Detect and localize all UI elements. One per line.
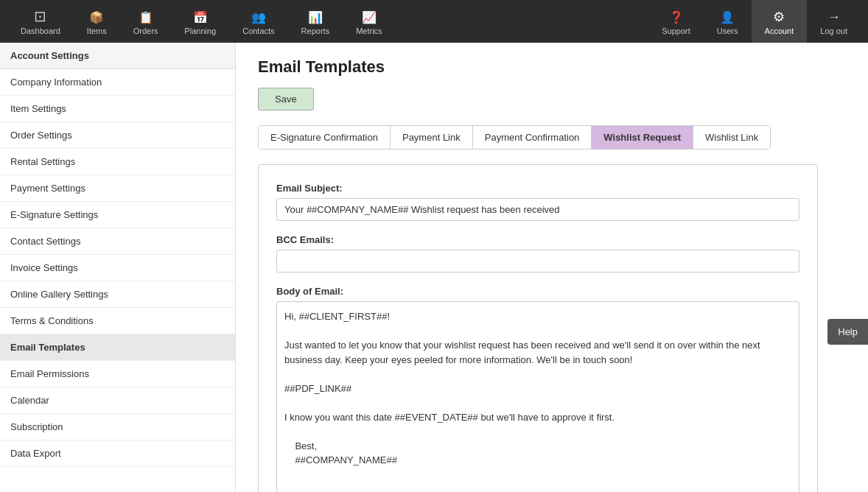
items-icon <box>89 8 104 25</box>
sidebar-item-contact-settings[interactable]: Contact Settings <box>0 228 235 255</box>
reports-icon <box>308 8 323 25</box>
email-template-tabs: E-Signature ConfirmationPayment LinkPaym… <box>258 125 771 150</box>
top-navigation: DashboardItemsOrdersPlanningContactsRepo… <box>0 0 868 43</box>
support-icon <box>669 8 684 25</box>
nav-item-metrics[interactable]: Metrics <box>343 0 395 43</box>
subject-input[interactable] <box>276 198 799 221</box>
page-title: Email Templates <box>258 57 846 77</box>
tab-payment-confirmation[interactable]: Payment Confirmation <box>473 126 592 149</box>
dashboard-icon <box>34 7 46 25</box>
users-icon <box>720 8 735 25</box>
nav-item-contacts[interactable]: Contacts <box>229 0 287 43</box>
tab-payment-link[interactable]: Payment Link <box>391 126 473 149</box>
nav-item-orders[interactable]: Orders <box>120 0 172 43</box>
nav-item-planning[interactable]: Planning <box>171 0 229 43</box>
nav-item-support[interactable]: Support <box>648 0 704 43</box>
nav-label-reports: Reports <box>301 27 330 35</box>
sidebar-item-esignature-settings[interactable]: E-Signature Settings <box>0 202 235 228</box>
sidebar-item-subscription[interactable]: Subscription <box>0 414 235 440</box>
account-icon <box>773 8 785 25</box>
nav-label-support: Support <box>662 27 690 35</box>
nav-label-items: Items <box>87 27 107 35</box>
sidebar-item-company-info[interactable]: Company Information <box>0 69 235 96</box>
nav-label-logout: Log out <box>820 27 847 35</box>
sidebar-item-data-export[interactable]: Data Export <box>0 440 235 467</box>
metrics-icon <box>362 8 377 25</box>
nav-item-users[interactable]: Users <box>704 0 752 43</box>
nav-label-account: Account <box>765 27 794 35</box>
logout-icon <box>827 8 841 25</box>
email-template-form: Email Subject: BCC Emails: Body of Email… <box>258 164 818 492</box>
sidebar-item-item-settings[interactable]: Item Settings <box>0 96 235 122</box>
main-layout: Account Settings Company InformationItem… <box>0 43 868 492</box>
sidebar-item-calendar[interactable]: Calendar <box>0 387 235 414</box>
sidebar-item-rental-settings[interactable]: Rental Settings <box>0 149 235 175</box>
nav-label-planning: Planning <box>184 27 216 35</box>
sidebar-item-invoice-settings[interactable]: Invoice Settings <box>0 255 235 281</box>
nav-item-account[interactable]: Account <box>752 0 808 43</box>
help-button[interactable]: Help <box>827 319 868 345</box>
nav-label-metrics: Metrics <box>356 27 382 35</box>
save-button[interactable]: Save <box>258 88 314 110</box>
body-textarea[interactable] <box>276 301 799 492</box>
orders-icon <box>139 8 153 25</box>
bcc-input[interactable] <box>276 250 799 273</box>
nav-item-dashboard[interactable]: Dashboard <box>7 0 74 43</box>
subject-label: Email Subject: <box>276 183 799 194</box>
nav-item-logout[interactable]: Log out <box>807 0 861 43</box>
sidebar-item-online-gallery-settings[interactable]: Online Gallery Settings <box>0 281 235 308</box>
sidebar-title: Account Settings <box>0 43 235 69</box>
planning-icon <box>193 8 208 25</box>
nav-item-items[interactable]: Items <box>74 0 120 43</box>
sidebar: Account Settings Company InformationItem… <box>0 43 236 492</box>
nav-label-orders: Orders <box>133 27 158 35</box>
sidebar-item-payment-settings[interactable]: Payment Settings <box>0 175 235 202</box>
nav-label-dashboard: Dashboard <box>21 27 60 35</box>
sidebar-item-terms-conditions[interactable]: Terms & Conditions <box>0 308 235 334</box>
tab-wishlist-request[interactable]: Wishlist Request <box>592 126 693 149</box>
sidebar-item-email-templates[interactable]: Email Templates <box>0 334 235 361</box>
nav-label-contacts: Contacts <box>242 27 274 35</box>
body-label: Body of Email: <box>276 286 799 297</box>
tab-esignature-confirmation[interactable]: E-Signature Confirmation <box>259 126 391 149</box>
main-content: Email Templates Save E-Signature Confirm… <box>236 43 868 492</box>
contacts-icon <box>251 8 266 25</box>
tab-wishlist-link[interactable]: Wishlist Link <box>693 126 770 149</box>
nav-item-reports[interactable]: Reports <box>288 0 343 43</box>
sidebar-item-order-settings[interactable]: Order Settings <box>0 122 235 149</box>
sidebar-item-email-permissions[interactable]: Email Permissions <box>0 361 235 387</box>
nav-label-users: Users <box>717 27 738 35</box>
bcc-label: BCC Emails: <box>276 234 799 245</box>
